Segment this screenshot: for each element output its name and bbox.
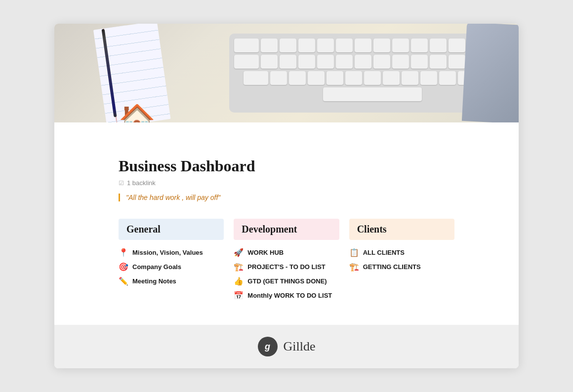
backlink-text[interactable]: 1 backlink bbox=[127, 179, 156, 187]
list-item[interactable]: 👍 GTD (GET THINGS DONE) bbox=[234, 276, 339, 286]
footer-logo: g bbox=[258, 337, 278, 356]
column-development: Development 🚀 WORK HUB 🏗️ PROJECT'S - TO… bbox=[234, 219, 339, 300]
list-item[interactable]: 🏗️ PROJECT'S - TO DO LIST bbox=[234, 262, 339, 272]
page-title: Business Dashboard bbox=[119, 157, 454, 175]
list-item[interactable]: 📋 ALL CLIENTS bbox=[349, 248, 454, 257]
item-emoji: 🏗️ bbox=[234, 262, 244, 272]
house-icon: 🏠 bbox=[119, 102, 156, 122]
item-label: Monthly WORK TO DO LIST bbox=[247, 292, 332, 299]
list-item[interactable]: 📍 Mission, Vision, Values bbox=[119, 248, 224, 257]
item-label: Company Goals bbox=[132, 263, 181, 271]
quote-block: "All the hard work , will pay off" bbox=[119, 194, 454, 201]
general-header: General bbox=[119, 219, 224, 240]
item-label: Mission, Vision, Values bbox=[132, 249, 203, 256]
clients-items: 📋 ALL CLIENTS 🏗️ GETTING CLIENTS bbox=[349, 248, 454, 272]
backlink-check-icon: ☑ bbox=[119, 180, 124, 187]
page-wrapper: 🏠 Business Dashboard ☑ 1 backlink "All t… bbox=[54, 24, 519, 368]
item-label: GETTING CLIENTS bbox=[363, 263, 421, 271]
item-label: PROJECT'S - TO DO LIST bbox=[247, 263, 325, 271]
tablet-decoration bbox=[462, 24, 519, 122]
clients-title: Clients bbox=[357, 224, 447, 235]
development-header: Development bbox=[234, 219, 339, 240]
list-item[interactable]: 📅 Monthly WORK TO DO LIST bbox=[234, 291, 339, 300]
list-item[interactable]: 🏗️ GETTING CLIENTS bbox=[349, 262, 454, 272]
item-label: ALL CLIENTS bbox=[363, 249, 405, 256]
item-label: Meeting Notes bbox=[132, 277, 176, 285]
list-item[interactable]: ✏️ Meeting Notes bbox=[119, 276, 224, 286]
item-emoji: ✏️ bbox=[119, 276, 128, 286]
general-items: 📍 Mission, Vision, Values 🎯 Company Goal… bbox=[119, 248, 224, 286]
item-emoji: 📅 bbox=[234, 291, 244, 300]
item-emoji: 📋 bbox=[349, 248, 359, 257]
list-item[interactable]: 🚀 WORK HUB bbox=[234, 248, 339, 257]
column-general: General 📍 Mission, Vision, Values 🎯 Comp… bbox=[119, 219, 224, 286]
item-emoji: 🎯 bbox=[119, 262, 128, 272]
item-emoji: 🚀 bbox=[234, 248, 244, 257]
general-title: General bbox=[126, 224, 216, 235]
item-emoji: 👍 bbox=[234, 276, 244, 286]
clients-header: Clients bbox=[349, 219, 454, 240]
hero-banner: 🏠 bbox=[54, 24, 519, 122]
development-title: Development bbox=[242, 224, 331, 235]
quote-text: "All the hard work , will pay off" bbox=[126, 194, 220, 201]
page-content: Business Dashboard ☑ 1 backlink "All the… bbox=[54, 122, 519, 325]
item-emoji: 📍 bbox=[119, 248, 128, 257]
development-items: 🚀 WORK HUB 🏗️ PROJECT'S - TO DO LIST 👍 G… bbox=[234, 248, 339, 300]
footer-brand: Gillde bbox=[284, 339, 316, 354]
column-clients: Clients 📋 ALL CLIENTS 🏗️ GETTING CLIENTS bbox=[349, 219, 454, 272]
item-label: GTD (GET THINGS DONE) bbox=[247, 277, 327, 285]
page-footer: g Gillde bbox=[54, 325, 519, 368]
columns-row: General 📍 Mission, Vision, Values 🎯 Comp… bbox=[119, 219, 454, 300]
item-label: WORK HUB bbox=[247, 249, 284, 256]
backlink-row: ☑ 1 backlink bbox=[119, 179, 454, 187]
list-item[interactable]: 🎯 Company Goals bbox=[119, 262, 224, 272]
footer-logo-letter: g bbox=[265, 342, 270, 352]
item-emoji: 🏗️ bbox=[349, 262, 359, 272]
